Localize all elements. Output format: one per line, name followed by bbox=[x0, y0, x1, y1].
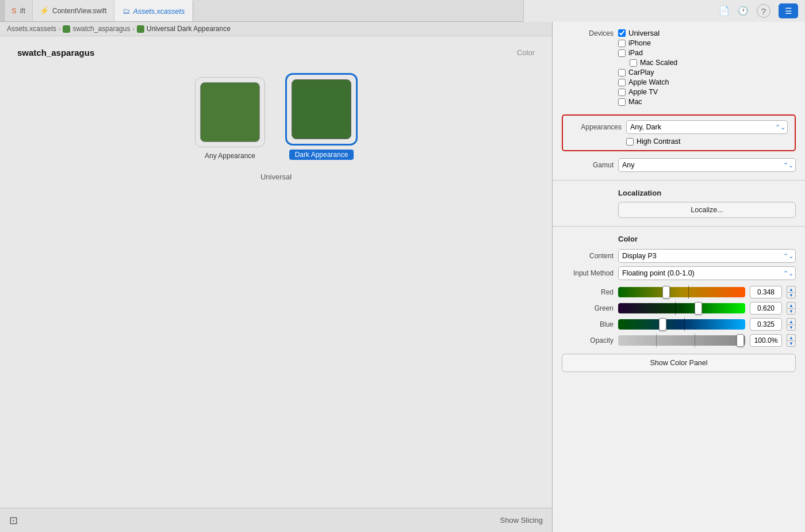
red-stepper-down[interactable]: ▼ bbox=[787, 292, 796, 298]
swatch-any-label: Any Appearance bbox=[205, 152, 255, 160]
appearances-section: Appearances None Any, Dark Any, Light, D… bbox=[562, 114, 796, 151]
iphone-checkbox[interactable] bbox=[618, 40, 626, 47]
tab-ift[interactable]: S ift bbox=[5, 0, 33, 21]
mac-scaled-label: Mac Scaled bbox=[640, 59, 677, 67]
blue-value-input[interactable] bbox=[750, 318, 782, 331]
appearances-select[interactable]: None Any, Dark Any, Light, Dark bbox=[626, 120, 788, 134]
swatch-dark-appearance[interactable]: Dark Appearance bbox=[286, 74, 357, 160]
opacity-stepper-down[interactable]: ▼ bbox=[787, 340, 796, 347]
apple-watch-checkbox-label[interactable]: Apple Watch bbox=[618, 78, 669, 86]
red-slider-thumb[interactable] bbox=[662, 286, 670, 298]
mac-scaled-checkbox-label[interactable]: Mac Scaled bbox=[630, 59, 677, 67]
localization-title: Localization bbox=[618, 189, 661, 197]
mac-checkbox[interactable] bbox=[618, 98, 626, 106]
blue-slider-thumb[interactable] bbox=[659, 318, 666, 331]
green-value-input[interactable] bbox=[750, 302, 782, 315]
history-icon-button[interactable]: 🕐 bbox=[738, 6, 749, 16]
apple-tv-label: Apple TV bbox=[628, 88, 658, 96]
high-contrast-checkbox-label[interactable]: High Contrast bbox=[626, 137, 680, 146]
green-slider-track[interactable] bbox=[618, 303, 745, 313]
assets-icon: 🗂 bbox=[122, 7, 130, 16]
tab-assets[interactable]: 🗂 Assets.xcassets bbox=[114, 0, 194, 21]
divider-1 bbox=[553, 180, 805, 181]
gamut-section: Gamut Any sRGB Display P3 ⌃⌄ bbox=[553, 155, 805, 175]
universal-label: Universal bbox=[260, 173, 292, 181]
swatch-dark-box bbox=[292, 79, 351, 139]
apple-tv-checkbox[interactable] bbox=[618, 89, 626, 96]
opacity-stepper[interactable]: ▲ ▼ bbox=[787, 334, 796, 347]
swatch-any-appearance[interactable]: Any Appearance bbox=[195, 77, 265, 160]
blue-stepper-up[interactable]: ▲ bbox=[787, 318, 796, 324]
opacity-label: Opacity bbox=[562, 336, 614, 345]
opacity-slider-track[interactable] bbox=[618, 335, 745, 346]
mac-scaled-checkbox[interactable] bbox=[630, 59, 637, 67]
high-contrast-checkbox[interactable] bbox=[626, 138, 634, 146]
input-method-select[interactable]: 8-bit (0-255) 8-bit Hexadecimal Floating… bbox=[618, 266, 796, 280]
swatches-container: Any Appearance Dark Appearance Universal bbox=[17, 74, 535, 181]
color-section: Color Content sRGB Display P3 ⌃⌄ Inp bbox=[553, 231, 805, 376]
red-slider-track[interactable] bbox=[618, 287, 745, 297]
gamut-select[interactable]: Any sRGB Display P3 bbox=[618, 158, 796, 172]
green-stepper[interactable]: ▲ ▼ bbox=[787, 302, 796, 315]
universal-checkbox[interactable] bbox=[618, 29, 626, 37]
divider-2 bbox=[553, 226, 805, 227]
blue-slider-track[interactable] bbox=[618, 319, 745, 330]
green-label: Green bbox=[562, 304, 614, 312]
devices-label: Devices bbox=[562, 29, 614, 37]
breadcrumb-sep-2: › bbox=[132, 26, 134, 32]
inspector-panel: Devices Universal iPhone bbox=[552, 22, 805, 532]
localize-button[interactable]: Localize... bbox=[618, 202, 796, 218]
blue-stepper-down[interactable]: ▼ bbox=[787, 324, 796, 331]
inspector-toggle-button[interactable]: ☰ bbox=[779, 3, 798, 18]
show-color-panel-button[interactable]: Show Color Panel bbox=[562, 354, 796, 372]
breadcrumb-item-assets[interactable]: Assets.xcassets bbox=[7, 25, 56, 33]
ipad-checkbox[interactable] bbox=[618, 49, 626, 57]
red-stepper-up[interactable]: ▲ bbox=[787, 286, 796, 292]
apple-tv-checkbox-label[interactable]: Apple TV bbox=[618, 88, 658, 96]
appearances-label: Appearances bbox=[570, 123, 622, 131]
universal-checkbox-label[interactable]: Universal bbox=[618, 29, 660, 37]
breadcrumb-item-swatch[interactable]: swatch_asparagus bbox=[72, 25, 130, 33]
swift-icon: S bbox=[12, 6, 17, 15]
carplay-checkbox[interactable] bbox=[618, 69, 626, 76]
gamut-label: Gamut bbox=[562, 161, 614, 169]
help-icon-button[interactable]: ? bbox=[757, 4, 770, 18]
iphone-checkbox-label[interactable]: iPhone bbox=[618, 39, 651, 47]
file-icon-button[interactable]: 📄 bbox=[719, 6, 730, 16]
carplay-label: CarPlay bbox=[628, 68, 654, 76]
ipad-label: iPad bbox=[628, 49, 643, 57]
blue-stepper[interactable]: ▲ ▼ bbox=[787, 318, 796, 331]
carplay-checkbox-label[interactable]: CarPlay bbox=[618, 68, 654, 76]
tab-contentview[interactable]: ⚡ ContentView.swift bbox=[33, 0, 114, 21]
devices-section: Devices Universal iPhone bbox=[553, 22, 805, 111]
content-label: Content bbox=[562, 252, 614, 260]
breadcrumb: Assets.xcassets › swatch_asparagus › Uni… bbox=[0, 22, 552, 36]
red-stepper[interactable]: ▲ ▼ bbox=[787, 286, 796, 298]
opacity-stepper-up[interactable]: ▲ bbox=[787, 334, 796, 340]
iphone-label: iPhone bbox=[628, 39, 651, 47]
mac-checkbox-label[interactable]: Mac bbox=[618, 98, 642, 106]
swatch-any-box bbox=[200, 82, 260, 142]
mac-label: Mac bbox=[628, 98, 642, 106]
localization-section: Localization Localize... bbox=[553, 185, 805, 221]
swatch-dark-label: Dark Appearance bbox=[289, 150, 354, 160]
ipad-checkbox-label[interactable]: iPad bbox=[618, 49, 643, 57]
swift-icon-2: ⚡ bbox=[40, 6, 49, 15]
apple-watch-label: Apple Watch bbox=[628, 78, 669, 86]
green-slider-thumb[interactable] bbox=[695, 302, 702, 315]
apple-watch-checkbox[interactable] bbox=[618, 79, 626, 86]
opacity-slider-thumb[interactable] bbox=[737, 334, 744, 347]
slice-icon[interactable]: ⊡ bbox=[9, 514, 18, 527]
green-stepper-down[interactable]: ▼ bbox=[787, 308, 796, 315]
show-slicing-button[interactable]: Show Slicing bbox=[500, 516, 543, 525]
opacity-value-input[interactable] bbox=[750, 334, 782, 347]
input-method-label: Input Method bbox=[562, 269, 614, 277]
breadcrumb-sep-1: › bbox=[59, 26, 60, 32]
green-stepper-up[interactable]: ▲ bbox=[787, 302, 796, 308]
asset-content-area: swatch_asparagus Color Any Appearance bbox=[0, 36, 552, 508]
content-select[interactable]: sRGB Display P3 bbox=[618, 249, 796, 263]
high-contrast-label: High Contrast bbox=[637, 137, 680, 146]
red-value-input[interactable] bbox=[750, 286, 782, 298]
breadcrumb-item-appearance: Universal Dark Appearance bbox=[147, 25, 231, 33]
breadcrumb-icon-2 bbox=[137, 25, 144, 33]
